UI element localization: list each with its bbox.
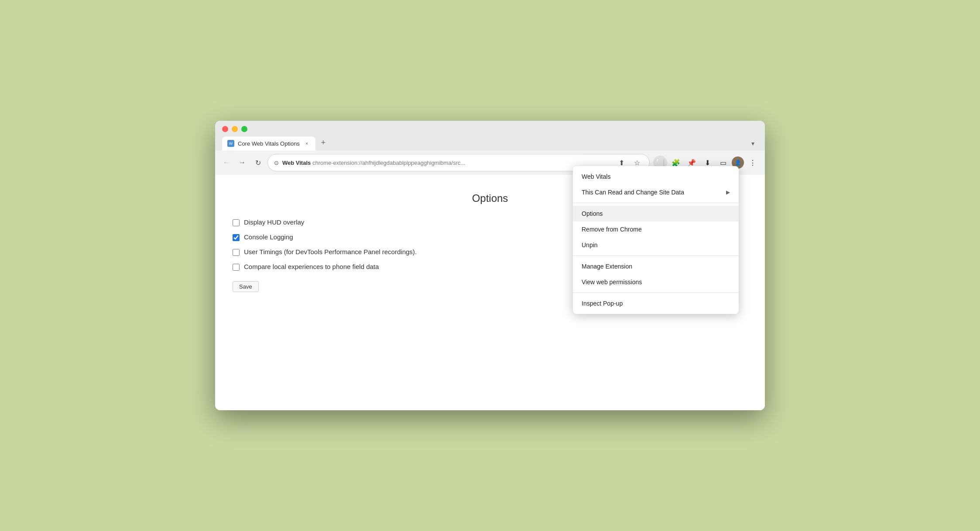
address-url: chrome-extension://ahfhijdlegdabablpippe… xyxy=(312,160,466,166)
address-text: Web Vitals chrome-extension://ahfhijdleg… xyxy=(282,160,612,166)
menu-item-inspect-popup[interactable]: Inspect Pop-up xyxy=(573,296,739,311)
hud-overlay-label: Display HUD overlay xyxy=(244,218,304,226)
forward-button[interactable]: → xyxy=(236,157,248,169)
menu-item-unpin[interactable]: Unpin xyxy=(573,237,739,253)
console-logging-checkbox[interactable] xyxy=(233,234,240,241)
compare-local-checkbox[interactable] xyxy=(233,264,240,271)
menu-item-options[interactable]: Options xyxy=(573,206,739,221)
new-tab-button[interactable]: + xyxy=(317,136,329,149)
console-logging-label: Console Logging xyxy=(244,233,293,241)
menu-item-remove-from-chrome[interactable]: Remove from Chrome xyxy=(573,221,739,237)
menu-item-view-web-permissions[interactable]: View web permissions xyxy=(573,274,739,290)
active-tab[interactable]: W Core Web Vitals Options × xyxy=(222,136,315,150)
tabs-dropdown-button[interactable]: ▾ xyxy=(748,138,758,149)
menu-item-manage-extension[interactable]: Manage Extension xyxy=(573,259,739,274)
context-menu: Web Vitals This Can Read and Change Site… xyxy=(573,166,739,314)
menu-item-read-change-site-data[interactable]: This Can Read and Change Site Data ▶ xyxy=(573,184,739,200)
menu-separator-3 xyxy=(573,293,739,293)
browser-window: W Core Web Vitals Options × + ▾ ← → ↻ ⊙ … xyxy=(215,121,765,410)
back-button[interactable]: ← xyxy=(220,157,233,169)
title-bar: W Core Web Vitals Options × + ▾ xyxy=(215,121,765,150)
menu-separator-2 xyxy=(573,255,739,256)
traffic-lights xyxy=(222,126,758,132)
submenu-arrow-icon: ▶ xyxy=(726,189,730,195)
menu-item-web-vitals[interactable]: Web Vitals xyxy=(573,169,739,184)
tab-close-button[interactable]: × xyxy=(303,140,310,147)
tab-title: Core Web Vitals Options xyxy=(238,140,300,147)
site-name: Web Vitals xyxy=(282,160,311,166)
traffic-light-yellow[interactable] xyxy=(232,126,238,132)
menu-separator-1 xyxy=(573,203,739,203)
traffic-light-green[interactable] xyxy=(241,126,247,132)
lock-icon: ⊙ xyxy=(274,160,279,166)
more-options-button[interactable]: ⋮ xyxy=(746,156,760,170)
hud-overlay-checkbox[interactable] xyxy=(233,219,240,226)
compare-local-label: Compare local experiences to phone field… xyxy=(244,263,379,270)
traffic-light-red[interactable] xyxy=(222,126,228,132)
refresh-button[interactable]: ↻ xyxy=(252,157,264,169)
save-button[interactable]: Save xyxy=(233,281,259,292)
tab-favicon: W xyxy=(227,140,234,147)
tabs-row: W Core Web Vitals Options × + ▾ xyxy=(222,136,758,150)
user-timings-checkbox[interactable] xyxy=(233,249,240,256)
user-timings-label: User Timings (for DevTools Performance P… xyxy=(244,248,417,255)
